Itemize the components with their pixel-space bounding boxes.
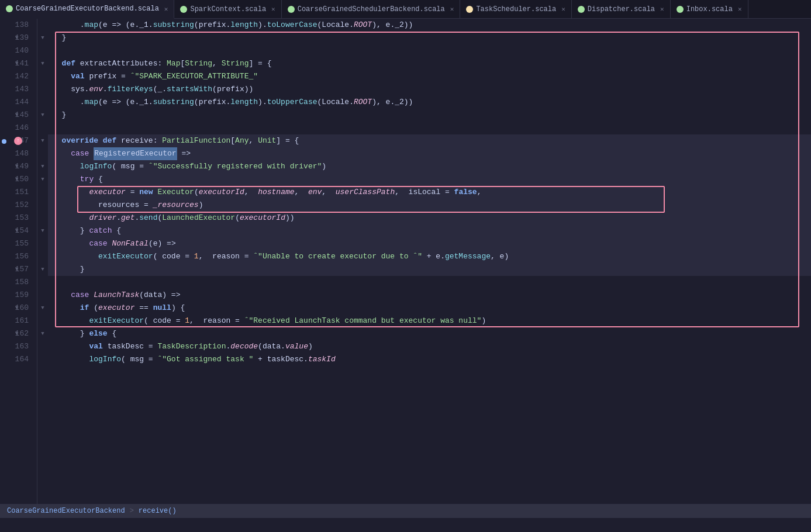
tab-task-scheduler[interactable]: TaskScheduler.scala ✕ bbox=[460, 0, 571, 18]
status-bar: CoarseGrainedExecutorBackend > receive() bbox=[0, 504, 811, 518]
tab-coarse-scheduler[interactable]: CoarseGrainedSchedulerBackend.scala ✕ bbox=[282, 0, 461, 18]
breadcrumb-separator: > bbox=[130, 507, 134, 515]
tab-close-1[interactable]: ✕ bbox=[271, 5, 275, 13]
file-icon bbox=[288, 6, 295, 13]
code-line-157: } bbox=[48, 263, 811, 276]
tab-dispatcher[interactable]: Dispatcher.scala ✕ bbox=[572, 0, 671, 18]
file-icon bbox=[466, 6, 473, 13]
code-line-141: def extractAttributes: Map[String, Strin… bbox=[48, 57, 811, 70]
code-line-143: sys.env.filterKeys(_.startsWith(prefix)) bbox=[48, 83, 811, 96]
code-line-160: if (executor == null) { bbox=[48, 302, 811, 315]
file-icon bbox=[677, 6, 684, 13]
code-line-155: case NonFatal(e) => bbox=[48, 237, 811, 250]
code-line-144: .map(e => (e._1.substring(prefix.length)… bbox=[48, 96, 811, 109]
file-icon bbox=[6, 5, 13, 12]
code-line-161: exitExecutor( code = 1, reason = ˆ"Recei… bbox=[48, 315, 811, 327]
code-line-140 bbox=[48, 44, 811, 57]
breadcrumb-1[interactable]: CoarseGrainedExecutorBackend bbox=[7, 507, 125, 515]
tab-bar: CoarseGrainedExecutorBackend.scala ✕ Spa… bbox=[0, 0, 811, 19]
code-line-158 bbox=[48, 276, 811, 289]
gutter-indicator bbox=[0, 19, 8, 504]
code-line-162: } else { bbox=[48, 327, 811, 340]
editor: 138 139 140 141 142 143 144 145 146 ↑ 14… bbox=[0, 19, 811, 518]
fold-column: ▼ ▼ ▼ ▼ ▼ ▼ ▼ ▼ ▼ ▼ bbox=[37, 19, 48, 504]
tab-coarse-executor[interactable]: CoarseGrainedExecutorBackend.scala ✕ bbox=[0, 0, 174, 19]
code-line-139: } bbox=[48, 32, 811, 44]
code-line-154: } catch { bbox=[48, 224, 811, 237]
tab-close-5[interactable]: ✕ bbox=[738, 5, 742, 13]
code-line-163: val taskDesc = TaskDescription.decode(da… bbox=[48, 340, 811, 353]
code-line-142: val prefix = ˆ"SPARK_EXECUTOR_ATTRIBUTE_… bbox=[48, 70, 811, 83]
code-line-149: logInfo( msg = ˆ"Successfully registered… bbox=[48, 160, 811, 173]
line-numbers: 138 139 140 141 142 143 144 145 146 ↑ 14… bbox=[8, 19, 37, 504]
lines-container: .map(e => (e._1.substring(prefix.length)… bbox=[48, 19, 811, 366]
code-line-138: .map(e => (e._1.substring(prefix.length)… bbox=[48, 19, 811, 32]
code-line-145: } bbox=[48, 109, 811, 122]
file-icon bbox=[180, 6, 187, 13]
code-line-147: override def receive: PartialFunction[An… bbox=[48, 134, 811, 147]
tab-close-3[interactable]: ✕ bbox=[561, 5, 565, 13]
code-line-150: try { bbox=[48, 173, 811, 186]
tab-close-2[interactable]: ✕ bbox=[450, 5, 454, 13]
code-line-148: case RegisteredExecutor => bbox=[48, 147, 811, 160]
code-content[interactable]: .map(e => (e._1.substring(prefix.length)… bbox=[48, 19, 811, 504]
file-icon bbox=[578, 6, 585, 13]
breadcrumb-2[interactable]: receive() bbox=[139, 507, 177, 515]
code-area: 138 139 140 141 142 143 144 145 146 ↑ 14… bbox=[0, 19, 811, 504]
code-line-164: logInfo( msg = ˆ"Got assigned task " + t… bbox=[48, 353, 811, 366]
tab-inbox[interactable]: Inbox.scala ✕ bbox=[671, 0, 748, 18]
tab-close-4[interactable]: ✕ bbox=[660, 5, 664, 13]
code-line-152: resources = _resources) bbox=[48, 199, 811, 212]
tab-close-0[interactable]: ✕ bbox=[164, 5, 168, 13]
code-line-146 bbox=[48, 122, 811, 134]
code-line-156: exitExecutor( code = 1, reason = ˆ"Unabl… bbox=[48, 250, 811, 263]
tab-spark-context[interactable]: SparkContext.scala ✕ bbox=[174, 0, 281, 18]
breakpoint-147: ↑ bbox=[14, 137, 22, 145]
code-line-153: driver.get.send(LaunchedExecutor(executo… bbox=[48, 212, 811, 224]
code-line-159: case LaunchTask(data) => bbox=[48, 289, 811, 302]
code-line-151: executor = new Executor(executorId, host… bbox=[48, 186, 811, 199]
